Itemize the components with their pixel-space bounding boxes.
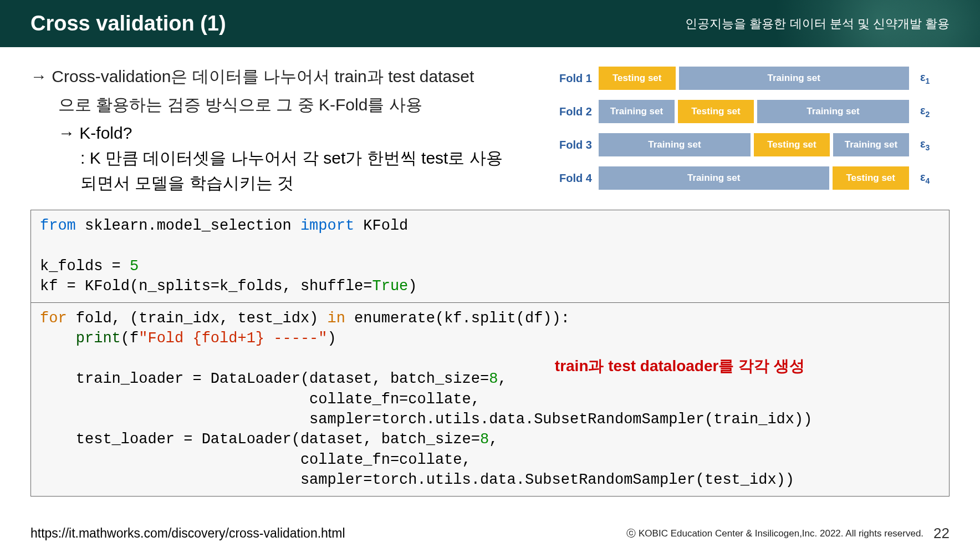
code-bool: True bbox=[372, 278, 409, 295]
bullet-text-column: → Cross-validation은 데이터를 나누어서 train과 tes… bbox=[30, 64, 534, 200]
code-text: (f bbox=[121, 330, 139, 347]
page-number: 22 bbox=[933, 525, 950, 542]
training-segment: Training set bbox=[757, 100, 909, 123]
code-text: enumerate(kf.split(df)): bbox=[345, 310, 570, 327]
slide-title: Cross validation (1) bbox=[30, 12, 226, 36]
code-section: from sklearn.model_selection import KFol… bbox=[30, 210, 950, 497]
fold-row: Fold 1Testing setTraining setε1 bbox=[550, 67, 950, 90]
code-text: kf = KFold(n_splits=k_folds, shuffle= bbox=[40, 278, 372, 295]
footer-url: https://it.mathworks.com/discovery/cross… bbox=[30, 526, 345, 541]
bullet-line: 으로 활용하는 검증 방식으로 그 중 K-Fold를 사용 bbox=[30, 92, 534, 117]
code-text: k_folds = bbox=[40, 258, 130, 275]
code-block-2: for fold, (train_idx, test_idx) in enume… bbox=[30, 303, 950, 497]
testing-segment: Testing set bbox=[678, 100, 754, 123]
arrow-icon: → bbox=[30, 67, 52, 85]
sub-bullet-line: → K-fold? bbox=[30, 120, 534, 145]
code-number: 8 bbox=[489, 371, 498, 387]
bullet-text: K-fold? bbox=[79, 124, 132, 142]
training-segment: Training set bbox=[599, 133, 751, 156]
code-text bbox=[40, 330, 76, 347]
code-text: test_loader = DataLoader(dataset, batch_… bbox=[40, 431, 480, 448]
keyword-for: for bbox=[40, 310, 67, 327]
footer-copyright: ⓒ KOBIC Education Center & Insilicogen,I… bbox=[626, 525, 950, 542]
fold-label: Fold 2 bbox=[550, 105, 592, 118]
training-segment: Training set bbox=[599, 166, 829, 190]
kfold-diagram: Fold 1Testing setTraining setε1Fold 2Tra… bbox=[550, 64, 950, 200]
fold-bar: Testing setTraining set bbox=[599, 67, 909, 90]
fold-bar: Training setTesting setTraining set bbox=[599, 100, 909, 123]
content-area: → Cross-validation은 데이터를 나누어서 train과 tes… bbox=[0, 47, 980, 200]
code-text: collate_fn=collate, bbox=[40, 391, 480, 408]
fold-label: Fold 3 bbox=[550, 139, 592, 151]
copyright-text: ⓒ KOBIC Education Center & Insilicogen,I… bbox=[626, 527, 923, 540]
code-text: KFold bbox=[354, 217, 408, 234]
keyword-from: from bbox=[40, 217, 76, 234]
code-string: "Fold {fold+1} -----" bbox=[139, 330, 327, 347]
slide-subtitle: 인공지능을 활용한 데이터 분석 및 신약개발 활용 bbox=[685, 16, 950, 32]
sub-sub-line: 되면서 모델을 학습시키는 것 bbox=[30, 170, 534, 195]
testing-segment: Testing set bbox=[833, 166, 910, 190]
code-text: collate_fn=collate, bbox=[40, 452, 471, 468]
keyword-in: in bbox=[328, 310, 345, 327]
arrow-icon: → bbox=[58, 124, 79, 142]
epsilon-label: ε2 bbox=[920, 104, 930, 119]
fold-row: Fold 3Training setTesting setTraining se… bbox=[550, 133, 950, 156]
fold-bar: Training setTesting setTraining set bbox=[599, 133, 909, 156]
slide-footer: https://it.mathworks.com/discovery/cross… bbox=[0, 525, 980, 542]
keyword-import: import bbox=[300, 217, 354, 234]
fold-label: Fold 1 bbox=[550, 72, 592, 85]
epsilon-label: ε1 bbox=[920, 71, 930, 85]
testing-segment: Testing set bbox=[599, 67, 676, 90]
epsilon-label: ε3 bbox=[920, 138, 930, 152]
code-block-1: from sklearn.model_selection import KFol… bbox=[30, 210, 950, 303]
fold-row: Fold 2Training setTesting setTraining se… bbox=[550, 100, 950, 123]
sub-sub-line: : K 만큼 데이터셋을 나누어서 각 set가 한번씩 test로 사용 bbox=[30, 145, 534, 170]
slide-header: Cross validation (1) 인공지능을 활용한 데이터 분석 및 … bbox=[0, 0, 980, 47]
training-segment: Training set bbox=[833, 133, 909, 156]
code-text: sklearn.model_selection bbox=[76, 217, 300, 234]
code-text: ) bbox=[328, 330, 336, 347]
code-number: 5 bbox=[130, 258, 139, 275]
fold-label: Fold 4 bbox=[550, 172, 592, 185]
testing-segment: Testing set bbox=[754, 133, 830, 156]
code-text: , bbox=[498, 371, 507, 387]
epsilon-label: ε4 bbox=[920, 171, 930, 185]
code-text: , bbox=[489, 431, 498, 448]
bullet-line: → Cross-validation은 데이터를 나누어서 train과 tes… bbox=[30, 64, 534, 89]
fold-bar: Training setTesting set bbox=[599, 166, 909, 190]
code-text: fold, (train_idx, test_idx) bbox=[67, 310, 328, 327]
code-text: ) bbox=[408, 278, 417, 295]
code-text: sampler=torch.utils.data.SubsetRandomSam… bbox=[40, 411, 812, 428]
bullet-text: Cross-validation은 데이터를 나누어서 train과 test … bbox=[52, 67, 474, 85]
training-segment: Training set bbox=[679, 67, 910, 90]
code-text: train_loader = DataLoader(dataset, batch… bbox=[40, 371, 489, 387]
keyword-print: print bbox=[76, 330, 121, 347]
code-number: 8 bbox=[480, 431, 489, 448]
code-annotation: train과 test dataloader를 각각 생성 bbox=[555, 356, 805, 377]
fold-row: Fold 4Training setTesting setε4 bbox=[550, 166, 950, 190]
training-segment: Training set bbox=[599, 100, 675, 123]
code-text: sampler=torch.utils.data.SubsetRandomSam… bbox=[40, 472, 794, 488]
